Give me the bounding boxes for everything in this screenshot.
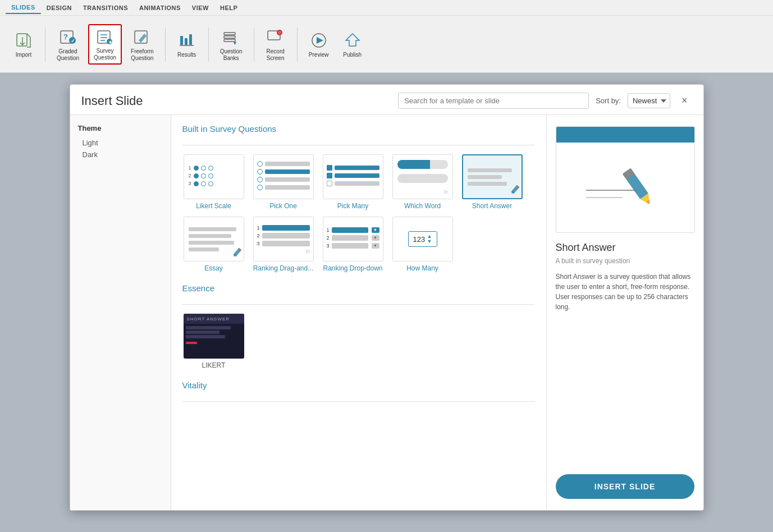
short-answer-label: Short Answer xyxy=(472,202,512,210)
how-many-label: How Many xyxy=(406,264,438,272)
essence-cards-grid: SHORT ANSWER LIKERT xyxy=(182,314,535,369)
insert-slide-button[interactable]: INSERT SLIDE xyxy=(556,474,694,499)
card-likert-scale[interactable]: 1 2 3 Likert Scale xyxy=(182,154,245,210)
svg-text:?: ? xyxy=(63,33,68,41)
ranking-dropdown-label: Ranking Drop-down xyxy=(323,264,382,272)
builtin-cards-grid: 1 2 3 Likert Scale xyxy=(182,154,535,272)
search-input[interactable] xyxy=(398,93,589,109)
question-banks-label: QuestionBanks xyxy=(220,48,243,62)
vitality-section-heading: Vitality xyxy=(182,380,535,393)
pick-many-label: Pick Many xyxy=(337,202,368,210)
essence-section-heading: Essence xyxy=(182,283,535,296)
section-divider-2 xyxy=(182,304,535,305)
tab-transitions[interactable]: TRANSITIONS xyxy=(77,2,134,13)
sidebar-item-dark[interactable]: Dark xyxy=(78,149,163,160)
publish-label: Publish xyxy=(343,52,362,58)
svg-text:✓: ✓ xyxy=(71,38,75,44)
freeform-question-button[interactable]: FreeformQuestion xyxy=(126,24,158,65)
import-label: Import xyxy=(16,52,31,58)
card-essence-likert[interactable]: SHORT ANSWER LIKERT xyxy=(182,314,245,369)
section-divider-3 xyxy=(182,401,535,402)
import-button[interactable]: Import xyxy=(9,24,38,65)
card-essay[interactable]: Essay xyxy=(182,217,245,272)
essence-likert-thumbnail: SHORT ANSWER xyxy=(184,314,244,359)
essence-likert-label: LIKERT xyxy=(202,361,226,369)
results-button[interactable]: Results xyxy=(172,24,202,65)
preview-thumb-content xyxy=(556,143,694,232)
content-area: Built in Survey Questions 1 2 3 xyxy=(171,115,546,510)
preview-label: Preview xyxy=(309,52,329,58)
essence-content xyxy=(184,324,244,359)
pick-many-thumbnail xyxy=(323,154,383,199)
short-answer-thumbnail xyxy=(462,154,523,199)
freeform-question-label: FreeformQuestion xyxy=(131,48,154,62)
publish-icon xyxy=(342,30,363,51)
sort-select[interactable]: Newest Oldest A-Z Z-A xyxy=(628,93,670,108)
tab-design[interactable]: DESIGN xyxy=(41,2,77,13)
sep5 xyxy=(297,27,298,61)
close-button[interactable]: × xyxy=(677,93,692,109)
question-banks-button[interactable]: ▼ QuestionBanks xyxy=(216,24,247,65)
svg-rect-14 xyxy=(189,34,192,45)
preview-description: Short Answer is a survey question that a… xyxy=(556,272,694,312)
svg-marker-24 xyxy=(317,37,323,44)
modal-body: Theme Light Dark Built in Survey Questio… xyxy=(70,115,703,510)
question-banks-icon: ▼ xyxy=(221,27,241,47)
preview-button[interactable]: Preview xyxy=(304,24,333,65)
modal-overlay: Insert Slide Sort by: Newest Oldest A-Z … xyxy=(0,73,773,532)
graded-question-button[interactable]: ? ✓ GradedQuestion xyxy=(52,24,84,65)
publish-button[interactable]: Publish xyxy=(338,24,367,65)
section-divider-1 xyxy=(182,145,535,145)
svg-rect-16 xyxy=(224,33,235,35)
modal-header: Insert Slide Sort by: Newest Oldest A-Z … xyxy=(70,85,703,115)
builtin-section-heading: Built in Survey Questions xyxy=(182,124,535,137)
sidebar-item-light[interactable]: Light xyxy=(78,137,163,149)
ranking-drag-label: Ranking Drag-and... xyxy=(253,264,313,272)
essay-thumbnail xyxy=(184,217,244,262)
tab-help[interactable]: HELP xyxy=(214,2,243,13)
preview-thumb-header xyxy=(556,127,694,143)
graded-question-icon: ? ✓ xyxy=(58,27,78,47)
card-pick-many[interactable]: Pick Many xyxy=(322,154,385,210)
which-word-thumbnail: ▷ xyxy=(392,154,453,199)
sep4 xyxy=(254,27,254,61)
which-word-label: Which Word xyxy=(404,202,441,210)
card-ranking-dropdown[interactable]: 1▼ 2▼ 3▼ Ranking Drop-down xyxy=(322,217,385,272)
how-many-thumbnail: 123 ▲▼ xyxy=(392,217,453,262)
record-screen-icon xyxy=(266,27,286,47)
tab-animations[interactable]: ANIMATIONS xyxy=(134,2,186,13)
card-how-many[interactable]: 123 ▲▼ How Many xyxy=(391,217,454,272)
svg-text:★: ★ xyxy=(108,39,113,44)
preview-thumbnail xyxy=(556,126,695,233)
record-screen-label: RecordScreen xyxy=(267,48,285,62)
freeform-question-icon xyxy=(132,27,152,47)
likert-scale-label: Likert Scale xyxy=(196,202,231,210)
import-icon xyxy=(13,30,34,51)
essay-label: Essay xyxy=(204,264,223,272)
svg-text:▼: ▼ xyxy=(232,40,237,46)
card-short-answer[interactable]: Short Answer xyxy=(461,154,524,210)
ribbon-tabs: SLIDES DESIGN TRANSITIONS ANIMATIONS VIE… xyxy=(0,0,773,16)
card-ranking-drag[interactable]: 1 2 3 ▷ Ranking Drag-and... xyxy=(252,217,315,272)
tab-slides[interactable]: SLIDES xyxy=(6,2,41,14)
results-label: Results xyxy=(177,52,196,58)
svg-rect-12 xyxy=(180,36,183,45)
essay-pencil-icon xyxy=(229,246,241,259)
modal-title: Insert Slide xyxy=(81,94,143,108)
preview-area: Short Answer A built in survey question … xyxy=(546,115,703,510)
card-which-word[interactable]: ▷ Which Word xyxy=(391,154,454,210)
tab-view[interactable]: VIEW xyxy=(186,2,214,13)
graded-question-label: GradedQuestion xyxy=(57,48,79,62)
survey-question-button[interactable]: ★ SurveyQuestion xyxy=(88,24,122,65)
theme-heading: Theme xyxy=(78,124,163,132)
ranking-dropdown-thumbnail: 1▼ 2▼ 3▼ xyxy=(323,217,383,262)
record-screen-button[interactable]: RecordScreen xyxy=(261,24,290,65)
results-icon xyxy=(177,30,197,51)
ranking-drag-thumbnail: 1 2 3 ▷ xyxy=(253,217,314,262)
survey-question-icon: ★ xyxy=(95,27,115,47)
ribbon: SLIDES DESIGN TRANSITIONS ANIMATIONS VIE… xyxy=(0,0,773,73)
preview-pencil-illustration xyxy=(575,154,676,221)
preview-icon xyxy=(309,30,329,51)
sort-label: Sort by: xyxy=(596,97,621,105)
card-pick-one[interactable]: Pick One xyxy=(252,154,315,210)
